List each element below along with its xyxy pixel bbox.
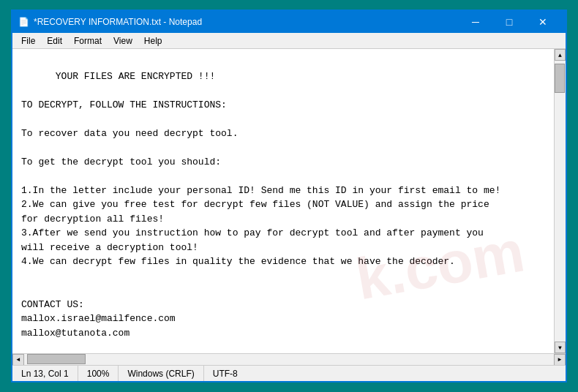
scroll-thumb-vertical[interactable] <box>555 64 565 93</box>
scroll-left-button[interactable]: ◄ <box>12 354 24 366</box>
close-button[interactable]: ✕ <box>526 11 560 33</box>
scroll-thumb-horizontal[interactable] <box>27 354 86 364</box>
title-bar-controls: ─ □ ✕ <box>459 11 560 33</box>
scroll-right-icon: ► <box>558 356 562 363</box>
horizontal-scrollbar: ◄ ► <box>12 353 566 365</box>
menu-format[interactable]: Format <box>68 34 108 48</box>
encoding: UTF-8 <box>213 369 238 379</box>
menu-help[interactable]: Help <box>138 34 168 48</box>
menu-file[interactable]: File <box>15 34 41 48</box>
scroll-down-icon: ▼ <box>558 344 562 351</box>
status-encoding: UTF-8 <box>204 366 247 381</box>
status-position: Ln 13, Col 1 <box>12 366 78 381</box>
app-icon: 📄 <box>18 17 29 27</box>
notepad-window: 📄 *RECOVERY INFORMATION.txt - Notepad ─ … <box>11 10 567 382</box>
title-bar: 📄 *RECOVERY INFORMATION.txt - Notepad ─ … <box>12 11 566 33</box>
menu-bar: File Edit Format View Help <box>12 33 566 49</box>
scroll-down-button[interactable]: ▼ <box>555 342 566 353</box>
status-zoom: 100% <box>78 366 119 381</box>
vertical-scrollbar: ▲ ▼ <box>554 49 566 353</box>
status-bar: Ln 13, Col 1 100% Windows (CRLF) UTF-8 <box>12 365 566 381</box>
scroll-left-icon: ◄ <box>17 356 20 363</box>
scroll-track-vertical[interactable] <box>555 61 566 342</box>
scroll-track-horizontal[interactable] <box>24 354 554 366</box>
menu-edit[interactable]: Edit <box>41 34 68 48</box>
maximize-button[interactable]: □ <box>492 11 526 33</box>
title-bar-text: 📄 *RECOVERY INFORMATION.txt - Notepad <box>18 17 202 27</box>
text-editor[interactable]: YOUR FILES ARE ENCRYPTED !!! TO DECRYPT,… <box>12 49 554 353</box>
document-text: YOUR FILES ARE ENCRYPTED !!! TO DECRYPT,… <box>21 71 500 354</box>
status-line-ending: Windows (CRLF) <box>119 366 203 381</box>
zoom-level: 100% <box>87 369 110 379</box>
cursor-position: Ln 13, Col 1 <box>21 369 69 379</box>
minimize-button[interactable]: ─ <box>459 11 492 33</box>
scroll-right-button[interactable]: ► <box>554 354 566 366</box>
scroll-up-button[interactable]: ▲ <box>555 49 566 61</box>
line-ending: Windows (CRLF) <box>127 369 194 379</box>
content-area: YOUR FILES ARE ENCRYPTED !!! TO DECRYPT,… <box>12 49 566 353</box>
scroll-up-icon: ▲ <box>558 52 562 59</box>
menu-view[interactable]: View <box>108 34 138 48</box>
window-title: *RECOVERY INFORMATION.txt - Notepad <box>34 17 202 27</box>
